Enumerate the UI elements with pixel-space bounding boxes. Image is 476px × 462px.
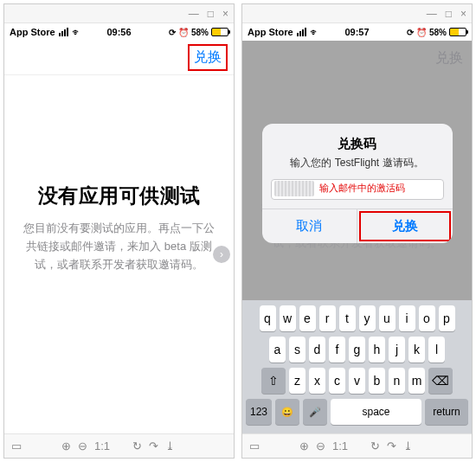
ios-status-bar: App Store ᯤ 09:56 ⟳ ⏰ 58% (4, 23, 234, 41)
win-close-icon[interactable]: × (222, 8, 228, 20)
alarm-icon: ⏰ (416, 28, 427, 37)
chevron-right-icon[interactable]: › (213, 246, 230, 263)
shift-key[interactable]: ⇧ (261, 368, 286, 394)
key-g[interactable]: g (349, 337, 365, 363)
key-o[interactable]: o (419, 305, 435, 331)
ios-keyboard: qwertyuiop asdfghjkl ⇧zxcvbnm⌫ 123 😀 🎤 s… (242, 300, 472, 433)
key-s[interactable]: s (289, 337, 306, 363)
simulator-toolbar: ▭ ⊕ ⊖ 1:1 ↻ ↷ ⤓ (242, 433, 472, 458)
key-n[interactable]: n (389, 368, 405, 394)
key-z[interactable]: z (289, 368, 306, 394)
alert-subtitle: 输入您的 TestFlight 邀请码。 (262, 156, 453, 179)
keyboard-row-3: ⇧zxcvbnm⌫ (246, 368, 468, 394)
win-min-icon[interactable]: — (189, 8, 199, 20)
keyboard-row-4: 123 😀 🎤 space return (246, 399, 468, 425)
zoom-fit-icon[interactable]: 1:1 (332, 440, 348, 452)
blurred-code (274, 181, 314, 196)
wifi-icon: ᯤ (72, 27, 81, 37)
rotate-icon[interactable]: ↷ (387, 440, 396, 452)
zoom-out-icon[interactable]: ⊖ (316, 440, 325, 452)
reload-icon[interactable]: ↻ (370, 440, 380, 452)
key-r[interactable]: r (319, 305, 336, 331)
battery-pct: 58% (191, 28, 209, 37)
redeem-button-disabled: 兑换 (435, 49, 463, 67)
key-l[interactable]: l (428, 337, 445, 363)
zoom-in-icon[interactable]: ⊕ (61, 440, 71, 452)
space-key[interactable]: space (331, 399, 421, 425)
key-v[interactable]: v (349, 368, 365, 394)
reload-icon[interactable]: ↻ (132, 440, 142, 452)
key-m[interactable]: m (408, 368, 425, 394)
return-key[interactable]: return (425, 399, 468, 425)
rotate-icon[interactable]: ↷ (149, 440, 158, 452)
key-k[interactable]: k (408, 337, 425, 363)
empty-title: 没有应用可供测试 (38, 183, 201, 209)
key-w[interactable]: w (280, 305, 296, 331)
download-icon[interactable]: ⤓ (403, 440, 413, 452)
window-titlebar: — □ × (4, 4, 234, 23)
right-phone: — □ × App Store ᯤ 09:57 ⟳ ⏰ 58% 兑换 您目前没有… (241, 3, 473, 459)
signal-icon (297, 28, 306, 36)
alarm-icon: ⏰ (178, 28, 189, 37)
orientation-lock-icon: ⟳ (169, 28, 176, 37)
key-h[interactable]: h (369, 337, 385, 363)
carrier-label: App Store (248, 27, 293, 37)
key-e[interactable]: e (299, 305, 316, 331)
ios-status-bar: App Store ᯤ 09:57 ⟳ ⏰ 58% (242, 23, 472, 41)
battery-pct: 58% (429, 28, 447, 37)
backspace-key[interactable]: ⌫ (428, 368, 453, 394)
empty-state: 没有应用可供测试 您目前没有要测试的应用。再点一下公共链接或邮件邀请，来加入 b… (4, 75, 234, 433)
orientation-lock-icon: ⟳ (407, 28, 414, 37)
win-min-icon[interactable]: — (427, 8, 437, 20)
signal-icon (59, 28, 68, 36)
monitor-icon[interactable]: ▭ (11, 440, 22, 452)
key-i[interactable]: i (399, 305, 415, 331)
key-f[interactable]: f (329, 337, 345, 363)
download-icon[interactable]: ⤓ (165, 440, 175, 452)
key-j[interactable]: j (389, 337, 405, 363)
zoom-out-icon[interactable]: ⊖ (78, 440, 87, 452)
left-phone: — □ × App Store ᯤ 09:56 ⟳ ⏰ 58% 兑换 没有应用可… (3, 3, 235, 459)
window-titlebar: — □ × (242, 4, 472, 23)
key-d[interactable]: d (309, 337, 325, 363)
mic-key[interactable]: 🎤 (303, 399, 327, 425)
key-p[interactable]: p (439, 305, 455, 331)
zoom-fit-icon[interactable]: 1:1 (94, 440, 110, 452)
key-x[interactable]: x (309, 368, 325, 394)
key-c[interactable]: c (329, 368, 345, 394)
monitor-icon[interactable]: ▭ (249, 440, 260, 452)
simulator-toolbar: ▭ ⊕ ⊖ 1:1 ↻ ↷ ⤓ (4, 433, 234, 458)
battery-icon (211, 28, 228, 36)
wifi-icon: ᯤ (310, 27, 319, 37)
key-y[interactable]: y (359, 305, 376, 331)
key-a[interactable]: a (269, 337, 286, 363)
key-u[interactable]: u (379, 305, 396, 331)
keyboard-row-1: qwertyuiop (246, 305, 468, 331)
nav-bar: 兑换 (4, 41, 234, 75)
alert-title: 兑换码 (262, 124, 453, 156)
win-close-icon[interactable]: × (460, 8, 466, 20)
carrier-label: App Store (10, 27, 55, 37)
key-q[interactable]: q (260, 305, 276, 331)
key-t[interactable]: t (339, 305, 356, 331)
alert-cancel-button[interactable]: 取消 (262, 209, 358, 243)
key-b[interactable]: b (369, 368, 385, 394)
input-hint-annotation: 输入邮件中的激活码 (319, 182, 405, 195)
empty-body: 您目前没有要测试的应用。再点一下公共链接或邮件邀请，来加入 beta 版测试，或… (20, 220, 218, 273)
redeem-alert: 兑换码 输入您的 TestFlight 邀请码。 输入邮件中的激活码 取消 兑换 (262, 124, 453, 243)
win-max-icon[interactable]: □ (446, 8, 452, 20)
alert-confirm-button[interactable]: 兑换 (357, 209, 453, 243)
emoji-key[interactable]: 😀 (275, 399, 299, 425)
keyboard-row-2: asdfghjkl (246, 337, 468, 363)
redeem-button[interactable]: 兑换 (190, 47, 225, 68)
win-max-icon[interactable]: □ (208, 8, 214, 20)
battery-icon (449, 28, 466, 36)
num-key[interactable]: 123 (246, 399, 272, 425)
zoom-in-icon[interactable]: ⊕ (299, 440, 309, 452)
